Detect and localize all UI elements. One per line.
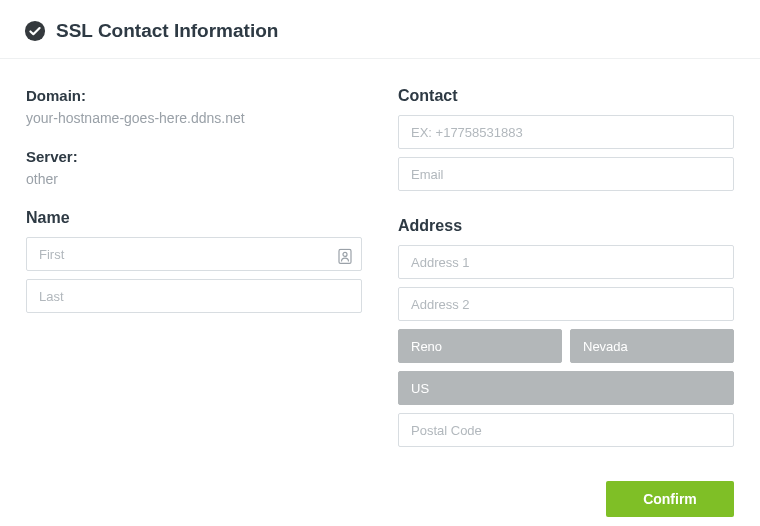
last-name-input[interactable] <box>26 279 362 313</box>
svg-point-2 <box>343 252 347 256</box>
domain-value: your-hostname-goes-here.ddns.net <box>26 110 362 126</box>
left-column: Domain: your-hostname-goes-here.ddns.net… <box>26 87 362 455</box>
email-input[interactable] <box>398 157 734 191</box>
footer: Confirm <box>0 455 760 517</box>
page-header: SSL Contact Information <box>0 0 760 59</box>
server-label: Server: <box>26 148 362 165</box>
svg-point-0 <box>25 21 45 41</box>
content-area: Domain: your-hostname-goes-here.ddns.net… <box>0 59 760 455</box>
phone-input[interactable] <box>398 115 734 149</box>
server-value: other <box>26 171 362 187</box>
state-value: Nevada <box>583 339 628 354</box>
country-field[interactable]: US <box>398 371 734 405</box>
city-field[interactable]: Reno <box>398 329 562 363</box>
city-value: Reno <box>411 339 442 354</box>
address2-input[interactable] <box>398 287 734 321</box>
first-name-input[interactable] <box>26 237 362 271</box>
address1-input[interactable] <box>398 245 734 279</box>
domain-label: Domain: <box>26 87 362 104</box>
contact-heading: Contact <box>398 87 734 105</box>
name-heading: Name <box>26 209 362 227</box>
confirm-button[interactable]: Confirm <box>606 481 734 517</box>
page-title: SSL Contact Information <box>56 20 278 42</box>
country-value: US <box>411 381 429 396</box>
postal-code-input[interactable] <box>398 413 734 447</box>
contact-card-icon <box>338 248 352 264</box>
right-column: Contact Address Reno Nevada US <box>398 87 734 455</box>
address-heading: Address <box>398 217 734 235</box>
state-field[interactable]: Nevada <box>570 329 734 363</box>
check-circle-icon <box>24 20 46 42</box>
